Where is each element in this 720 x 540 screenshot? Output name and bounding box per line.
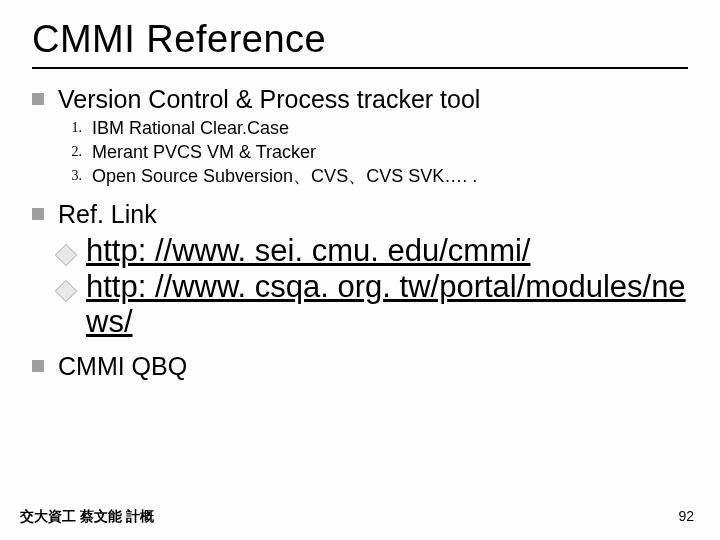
bullet-version-control: Version Control & Process tracker tool bbox=[32, 83, 688, 116]
footer-left: 交大資工 蔡文能 計概 bbox=[20, 508, 154, 526]
list-number: 2. bbox=[58, 143, 82, 162]
list-text: Open Source Subversion、CVS、CVS SVK…. . bbox=[92, 164, 477, 188]
diamond-bullet-icon bbox=[55, 244, 78, 267]
list-item: 2. Merant PVCS VM & Tracker bbox=[58, 140, 688, 164]
link-text[interactable]: http: //www. sei. cmu. edu/cmmi/ bbox=[86, 233, 530, 269]
heading-text: Ref. Link bbox=[58, 198, 157, 231]
square-bullet-icon bbox=[32, 360, 44, 372]
heading-text: Version Control & Process tracker tool bbox=[58, 83, 480, 116]
heading-text: CMMI QBQ bbox=[58, 350, 187, 383]
list-item: 1. IBM Rational Clear.Case bbox=[58, 116, 688, 140]
link-row: http: //www. sei. cmu. edu/cmmi/ bbox=[58, 233, 688, 269]
square-bullet-icon bbox=[32, 208, 44, 220]
slide: CMMI Reference Version Control & Process… bbox=[0, 0, 720, 540]
square-bullet-icon bbox=[32, 93, 44, 105]
page-number: 92 bbox=[678, 508, 694, 524]
bullet-ref-link: Ref. Link bbox=[32, 198, 688, 231]
link-row: http: //www. csqa. org. tw/portal/module… bbox=[58, 269, 688, 340]
links-block: http: //www. sei. cmu. edu/cmmi/ http: /… bbox=[58, 233, 688, 340]
bullet-cmmi-qbq: CMMI QBQ bbox=[32, 350, 688, 383]
list-text: IBM Rational Clear.Case bbox=[92, 116, 289, 140]
title-rule bbox=[32, 67, 688, 69]
list-number: 1. bbox=[58, 119, 82, 138]
list-text: Merant PVCS VM & Tracker bbox=[92, 140, 316, 164]
list-number: 3. bbox=[58, 167, 82, 186]
diamond-bullet-icon bbox=[55, 279, 78, 302]
list-item: 3. Open Source Subversion、CVS、CVS SVK…. … bbox=[58, 164, 688, 188]
link-text[interactable]: http: //www. csqa. org. tw/portal/module… bbox=[86, 269, 688, 340]
slide-title: CMMI Reference bbox=[32, 18, 688, 61]
